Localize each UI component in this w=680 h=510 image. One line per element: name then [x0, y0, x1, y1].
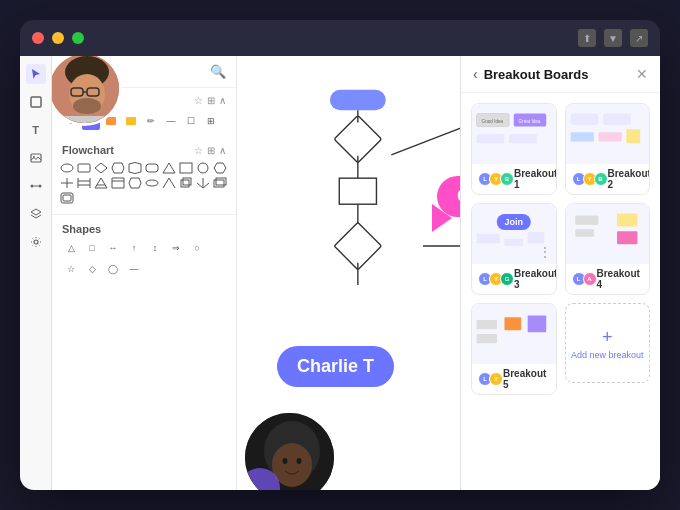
flow-shape-13[interactable] [94, 177, 108, 189]
svg-marker-18 [214, 163, 226, 173]
breakout-card-1-footer: L Y B Breakout 1 [472, 164, 556, 194]
sidebar-image-icon[interactable] [26, 148, 46, 168]
breakout-panel-title: Breakout Boards [484, 67, 589, 82]
bottom-shape-triangle[interactable]: △ [62, 239, 80, 257]
breakout-panel: ‹ Breakout Boards ✕ Good Idea [460, 56, 660, 490]
flow-shape-9[interactable] [196, 162, 210, 174]
breakout-card-1[interactable]: Good Idea Great Idea L Y B [471, 103, 557, 195]
standard-chevron-icon[interactable]: ∧ [219, 95, 226, 106]
avatar-yw-5: Y [489, 372, 503, 386]
flow-shape-17[interactable] [162, 177, 176, 189]
standard-settings-icon[interactable]: ⊞ [207, 95, 215, 106]
man2-face-svg [245, 413, 337, 490]
svg-marker-13 [112, 163, 124, 173]
traffic-light-red[interactable] [32, 32, 44, 44]
flow-shape-5[interactable] [128, 162, 142, 174]
breakout-card-2[interactable]: L Y B Breakout 2 [565, 103, 651, 195]
sidebar-settings-icon[interactable] [26, 232, 46, 252]
svg-rect-79 [575, 229, 594, 236]
breakout-card-5[interactable]: L Y Breakout 5 [471, 303, 557, 395]
bottom-shape-arrow-h[interactable]: ↔ [104, 239, 122, 257]
flow-shape-21[interactable] [60, 192, 74, 204]
flowchart-chevron-icon[interactable]: ∧ [219, 145, 226, 156]
flow-shape-18[interactable] [179, 177, 193, 189]
flow-shape-6[interactable] [145, 162, 159, 174]
sidebar-shapes-icon[interactable] [26, 92, 46, 112]
flow-shape-16[interactable] [145, 177, 159, 189]
flow-shape-4[interactable] [111, 162, 125, 174]
sidebar-cursor-icon[interactable] [26, 64, 46, 84]
svg-rect-80 [617, 214, 637, 227]
flowchart-settings-icon[interactable]: ⊞ [207, 145, 215, 156]
sidebar-connect-icon[interactable] [26, 176, 46, 196]
filter-button[interactable]: ▼ [604, 29, 622, 47]
breakout-back-icon[interactable]: ‹ [473, 66, 478, 82]
add-new-breakout-card[interactable]: + Add new breakout [565, 303, 651, 383]
breakout-3-more-icon[interactable]: ⋮ [539, 245, 551, 259]
sidebar-layers-icon[interactable] [26, 204, 46, 224]
title-bar: ⬆ ▼ ↗ [20, 20, 660, 56]
bottom-shape-diamond[interactable]: ◇ [83, 260, 101, 278]
svg-rect-14 [146, 164, 158, 172]
flow-shape-1[interactable] [60, 162, 74, 174]
standard-star-icon[interactable]: ☆ [194, 95, 203, 106]
svg-rect-0 [31, 97, 41, 107]
breakout-preview-3: Join ⋮ [472, 204, 556, 264]
flow-shape-19[interactable] [196, 177, 210, 189]
traffic-light-yellow[interactable] [52, 32, 64, 44]
svg-line-25 [163, 178, 169, 188]
shape-grid[interactable]: ⊞ [202, 112, 220, 130]
flow-shape-20[interactable] [213, 177, 227, 189]
breakout-card-4-footer: L A Breakout 4 [566, 264, 650, 294]
svg-rect-76 [504, 239, 523, 246]
bottom-shape-circle[interactable]: ○ [188, 239, 206, 257]
svg-line-26 [169, 178, 175, 188]
bottom-shape-line[interactable]: — [125, 260, 143, 278]
flow-shape-2[interactable] [77, 162, 91, 174]
sidebar-text-icon[interactable]: T [26, 120, 46, 140]
breakout-2-name: Breakout 2 [608, 168, 651, 190]
flow-shape-8[interactable] [179, 162, 193, 174]
breakout-card-4[interactable]: L A Breakout 4 [565, 203, 651, 295]
bottom-shape-star[interactable]: ☆ [62, 260, 80, 278]
shapes-bottom-section: Shapes △ □ ↔ ↑ ↕ ⇒ ○ ☆ ◇ ◯ — [52, 214, 236, 284]
flow-shape-3[interactable] [94, 162, 108, 174]
avatar-bl-2: B [594, 172, 608, 186]
flow-shape-14[interactable] [111, 177, 125, 189]
traffic-light-green[interactable] [72, 32, 84, 44]
bottom-shape-arrow-v[interactable]: ↕ [146, 239, 164, 257]
svg-rect-32 [63, 195, 71, 201]
shapes-search-icon[interactable]: 🔍 [210, 64, 226, 79]
shape-checkbox[interactable]: ☐ [182, 112, 200, 130]
standard-section-actions: ☆ ⊞ ∧ [194, 95, 226, 106]
flow-shape-11[interactable] [60, 177, 74, 189]
breakout-card-3[interactable]: Join ⋮ L Y G [471, 203, 557, 295]
flowchart-section-header: Flowchart ☆ ⊞ ∧ [52, 138, 236, 160]
bottom-shape-rect[interactable]: □ [83, 239, 101, 257]
shape-line[interactable]: — [162, 112, 180, 130]
flow-shape-7[interactable] [162, 162, 176, 174]
flow-shape-10[interactable] [213, 162, 227, 174]
svg-point-6 [34, 240, 38, 244]
bottom-shape-oval[interactable]: ◯ [104, 260, 122, 278]
flow-shape-15[interactable] [128, 177, 142, 189]
canvas-area[interactable]: Shapes 🔍 Standard ☆ ⊞ ∧ T [52, 56, 660, 490]
breakout-panel-header: ‹ Breakout Boards ✕ [461, 56, 660, 93]
svg-rect-72 [570, 132, 593, 141]
breakout-close-icon[interactable]: ✕ [636, 66, 648, 82]
avatar-ab-4: A [583, 272, 597, 286]
bottom-shape-arrow-up[interactable]: ↑ [125, 239, 143, 257]
flow-shape-12[interactable] [77, 177, 91, 189]
upload-button[interactable]: ⬆ [578, 29, 596, 47]
main-area: T Shapes 🔍 [20, 56, 660, 490]
flowchart-star-icon[interactable]: ☆ [194, 145, 203, 156]
svg-point-60 [283, 458, 288, 464]
share-button[interactable]: ↗ [630, 29, 648, 47]
shape-pencil[interactable]: ✏ [142, 112, 160, 130]
svg-rect-73 [598, 132, 621, 141]
join-button[interactable]: Join [496, 214, 531, 230]
svg-rect-28 [183, 178, 191, 185]
breakout-4-avatars: L A [572, 272, 597, 286]
bottom-shape-arrow-right[interactable]: ⇒ [167, 239, 185, 257]
shape-yellow-rect[interactable] [122, 112, 140, 130]
